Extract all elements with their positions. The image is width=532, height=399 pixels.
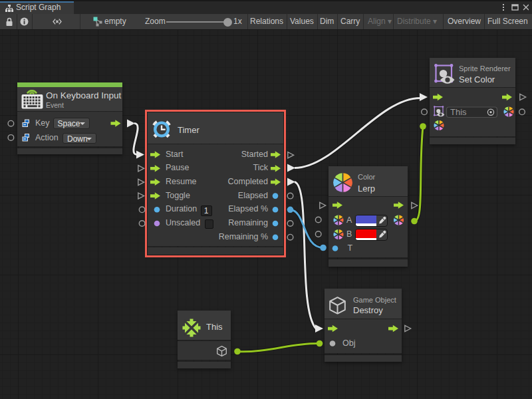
svg-text:This: This (450, 107, 467, 117)
